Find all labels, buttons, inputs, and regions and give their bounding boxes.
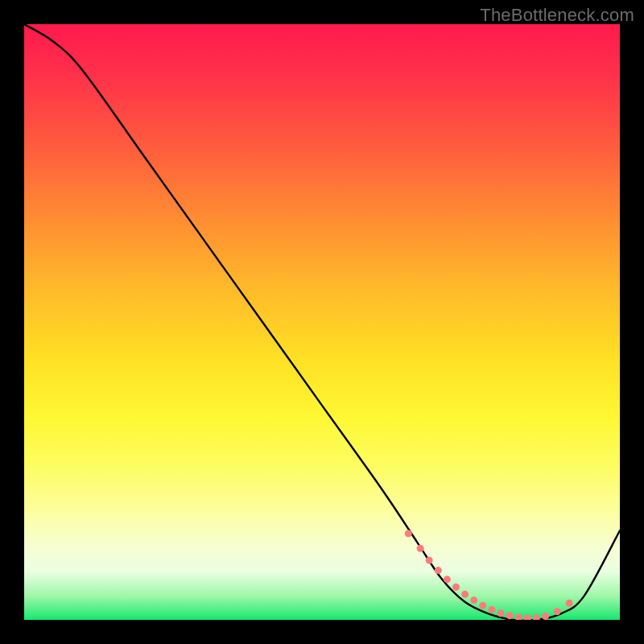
trough-marker xyxy=(566,600,573,607)
chart-stage: TheBottleneck.com xyxy=(0,0,644,644)
trough-marker xyxy=(524,614,531,620)
trough-marker xyxy=(405,530,412,537)
trough-marker xyxy=(488,606,495,613)
trough-marker xyxy=(515,614,522,620)
trough-marker xyxy=(554,608,561,615)
trough-marker xyxy=(426,557,433,564)
trough-marker xyxy=(444,576,451,583)
trough-marker xyxy=(470,597,477,604)
plot-area xyxy=(24,24,620,620)
trough-marker xyxy=(506,612,514,619)
trough-marker-group xyxy=(405,530,573,620)
trough-marker xyxy=(497,609,505,617)
watermark-text: TheBottleneck.com xyxy=(480,5,634,26)
trough-marker xyxy=(417,545,424,552)
trough-marker xyxy=(479,602,486,609)
trough-marker xyxy=(435,567,442,574)
bottleneck-curve-path xyxy=(24,24,620,620)
trough-marker xyxy=(533,614,540,620)
trough-marker xyxy=(452,584,460,591)
curve-svg xyxy=(24,24,620,620)
trough-marker xyxy=(461,591,469,598)
trough-marker xyxy=(542,613,549,620)
